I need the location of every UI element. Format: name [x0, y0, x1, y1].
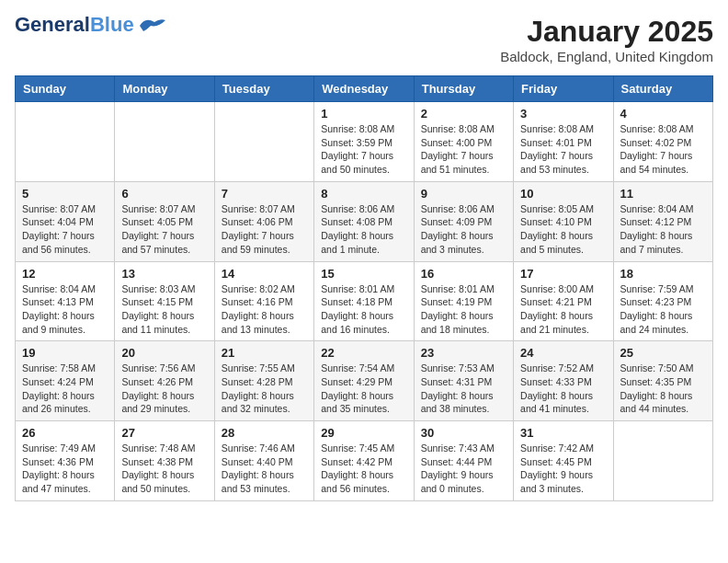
calendar-cell: [214, 102, 313, 182]
day-number: 29: [321, 426, 406, 440]
calendar-week-3: 12Sunrise: 8:04 AM Sunset: 4:13 PM Dayli…: [16, 261, 713, 341]
calendar-cell: 23Sunrise: 7:53 AM Sunset: 4:31 PM Dayli…: [414, 341, 513, 421]
weekday-header-friday: Friday: [514, 76, 613, 102]
calendar-cell: [16, 102, 115, 182]
location: Baldock, England, United Kingdom: [500, 49, 713, 64]
page-header: GeneralBlue January 2025 Baldock, Englan…: [15, 15, 713, 64]
day-info: Sunrise: 7:49 AM Sunset: 4:36 PM Dayligh…: [22, 442, 108, 496]
day-info: Sunrise: 8:04 AM Sunset: 4:13 PM Dayligh…: [22, 282, 108, 337]
calendar-cell: 31Sunrise: 7:42 AM Sunset: 4:45 PM Dayli…: [514, 421, 613, 501]
calendar-cell: 14Sunrise: 8:02 AM Sunset: 4:16 PM Dayli…: [214, 261, 313, 341]
calendar-cell: 4Sunrise: 8:08 AM Sunset: 4:02 PM Daylig…: [613, 102, 712, 182]
day-info: Sunrise: 8:08 AM Sunset: 3:59 PM Dayligh…: [321, 122, 406, 177]
calendar-cell: 10Sunrise: 8:05 AM Sunset: 4:10 PM Dayli…: [514, 181, 613, 261]
calendar-cell: 12Sunrise: 8:04 AM Sunset: 4:13 PM Dayli…: [16, 261, 115, 341]
calendar-week-1: 1Sunrise: 8:08 AM Sunset: 3:59 PM Daylig…: [16, 102, 713, 182]
weekday-header-saturday: Saturday: [613, 76, 712, 102]
calendar-cell: 1Sunrise: 8:08 AM Sunset: 3:59 PM Daylig…: [314, 102, 414, 182]
day-info: Sunrise: 7:58 AM Sunset: 4:24 PM Dayligh…: [22, 362, 108, 416]
calendar-cell: 22Sunrise: 7:54 AM Sunset: 4:29 PM Dayli…: [314, 341, 414, 421]
day-number: 20: [121, 346, 207, 360]
day-number: 4: [620, 107, 706, 121]
calendar-cell: 9Sunrise: 8:06 AM Sunset: 4:09 PM Daylig…: [414, 181, 513, 261]
day-number: 17: [520, 267, 606, 281]
day-info: Sunrise: 7:56 AM Sunset: 4:26 PM Dayligh…: [121, 362, 207, 416]
title-area: January 2025 Baldock, England, United Ki…: [500, 15, 713, 64]
day-number: 3: [520, 107, 606, 121]
calendar-cell: 30Sunrise: 7:43 AM Sunset: 4:44 PM Dayli…: [414, 421, 513, 501]
day-number: 14: [222, 267, 307, 281]
day-number: 30: [421, 426, 506, 440]
day-info: Sunrise: 8:01 AM Sunset: 4:18 PM Dayligh…: [321, 282, 406, 337]
day-info: Sunrise: 8:07 AM Sunset: 4:06 PM Dayligh…: [222, 202, 307, 257]
calendar-cell: 17Sunrise: 8:00 AM Sunset: 4:21 PM Dayli…: [514, 261, 613, 341]
day-info: Sunrise: 8:06 AM Sunset: 4:09 PM Dayligh…: [421, 202, 506, 257]
calendar-header-row: SundayMondayTuesdayWednesdayThursdayFrid…: [16, 76, 713, 102]
calendar-cell: 16Sunrise: 8:01 AM Sunset: 4:19 PM Dayli…: [414, 261, 513, 341]
day-info: Sunrise: 8:02 AM Sunset: 4:16 PM Dayligh…: [222, 282, 307, 337]
calendar-cell: 3Sunrise: 8:08 AM Sunset: 4:01 PM Daylig…: [514, 102, 613, 182]
day-number: 7: [222, 187, 307, 201]
day-info: Sunrise: 8:05 AM Sunset: 4:10 PM Dayligh…: [520, 202, 606, 257]
calendar-cell: 26Sunrise: 7:49 AM Sunset: 4:36 PM Dayli…: [16, 421, 115, 501]
calendar-cell: 2Sunrise: 8:08 AM Sunset: 4:00 PM Daylig…: [414, 102, 513, 182]
logo-bird-icon: [138, 15, 167, 35]
calendar-cell: 8Sunrise: 8:06 AM Sunset: 4:08 PM Daylig…: [314, 181, 414, 261]
calendar-week-5: 26Sunrise: 7:49 AM Sunset: 4:36 PM Dayli…: [16, 421, 713, 501]
calendar-cell: 28Sunrise: 7:46 AM Sunset: 4:40 PM Dayli…: [214, 421, 313, 501]
weekday-header-thursday: Thursday: [414, 76, 513, 102]
day-info: Sunrise: 8:03 AM Sunset: 4:15 PM Dayligh…: [121, 282, 207, 337]
calendar-cell: 25Sunrise: 7:50 AM Sunset: 4:35 PM Dayli…: [613, 341, 712, 421]
day-info: Sunrise: 8:06 AM Sunset: 4:08 PM Dayligh…: [321, 202, 406, 257]
day-number: 22: [321, 346, 406, 360]
day-number: 5: [22, 187, 108, 201]
day-number: 15: [321, 267, 406, 281]
day-info: Sunrise: 7:52 AM Sunset: 4:33 PM Dayligh…: [520, 362, 606, 416]
calendar-cell: 6Sunrise: 8:07 AM Sunset: 4:05 PM Daylig…: [115, 181, 214, 261]
calendar-week-2: 5Sunrise: 8:07 AM Sunset: 4:04 PM Daylig…: [16, 181, 713, 261]
calendar-table: SundayMondayTuesdayWednesdayThursdayFrid…: [15, 75, 713, 501]
day-info: Sunrise: 7:43 AM Sunset: 4:44 PM Dayligh…: [421, 442, 506, 496]
day-number: 27: [121, 426, 207, 440]
day-number: 12: [22, 267, 108, 281]
calendar-cell: 29Sunrise: 7:45 AM Sunset: 4:42 PM Dayli…: [314, 421, 414, 501]
day-info: Sunrise: 8:00 AM Sunset: 4:21 PM Dayligh…: [520, 282, 606, 337]
day-number: 31: [520, 426, 606, 440]
day-info: Sunrise: 8:08 AM Sunset: 4:01 PM Dayligh…: [520, 122, 606, 177]
day-number: 18: [620, 267, 706, 281]
weekday-header-monday: Monday: [115, 76, 214, 102]
day-number: 8: [321, 187, 406, 201]
day-info: Sunrise: 7:59 AM Sunset: 4:23 PM Dayligh…: [620, 282, 706, 337]
calendar-cell: 5Sunrise: 8:07 AM Sunset: 4:04 PM Daylig…: [16, 181, 115, 261]
day-number: 11: [620, 187, 706, 201]
calendar-week-4: 19Sunrise: 7:58 AM Sunset: 4:24 PM Dayli…: [16, 341, 713, 421]
day-info: Sunrise: 8:08 AM Sunset: 4:02 PM Dayligh…: [620, 122, 706, 177]
day-info: Sunrise: 7:45 AM Sunset: 4:42 PM Dayligh…: [321, 442, 406, 496]
day-info: Sunrise: 8:01 AM Sunset: 4:19 PM Dayligh…: [421, 282, 506, 337]
day-number: 19: [22, 346, 108, 360]
calendar-cell: 21Sunrise: 7:55 AM Sunset: 4:28 PM Dayli…: [214, 341, 313, 421]
calendar-cell: 13Sunrise: 8:03 AM Sunset: 4:15 PM Dayli…: [115, 261, 214, 341]
day-number: 21: [222, 346, 307, 360]
calendar-cell: [115, 102, 214, 182]
calendar-cell: [613, 421, 712, 501]
day-number: 9: [421, 187, 506, 201]
weekday-header-wednesday: Wednesday: [314, 76, 414, 102]
day-info: Sunrise: 7:48 AM Sunset: 4:38 PM Dayligh…: [121, 442, 207, 496]
weekday-header-tuesday: Tuesday: [214, 76, 313, 102]
calendar-cell: 11Sunrise: 8:04 AM Sunset: 4:12 PM Dayli…: [613, 181, 712, 261]
day-number: 28: [222, 426, 307, 440]
day-info: Sunrise: 8:07 AM Sunset: 4:05 PM Dayligh…: [121, 202, 207, 257]
day-number: 13: [121, 267, 207, 281]
day-info: Sunrise: 7:50 AM Sunset: 4:35 PM Dayligh…: [620, 362, 706, 416]
day-number: 6: [121, 187, 207, 201]
calendar-cell: 19Sunrise: 7:58 AM Sunset: 4:24 PM Dayli…: [16, 341, 115, 421]
day-number: 25: [620, 346, 706, 360]
day-info: Sunrise: 8:08 AM Sunset: 4:00 PM Dayligh…: [421, 122, 506, 177]
calendar-cell: 15Sunrise: 8:01 AM Sunset: 4:18 PM Dayli…: [314, 261, 414, 341]
calendar-cell: 24Sunrise: 7:52 AM Sunset: 4:33 PM Dayli…: [514, 341, 613, 421]
day-info: Sunrise: 8:07 AM Sunset: 4:04 PM Dayligh…: [22, 202, 108, 257]
logo-text: GeneralBlue: [15, 15, 134, 35]
day-number: 23: [421, 346, 506, 360]
day-info: Sunrise: 7:55 AM Sunset: 4:28 PM Dayligh…: [222, 362, 307, 416]
